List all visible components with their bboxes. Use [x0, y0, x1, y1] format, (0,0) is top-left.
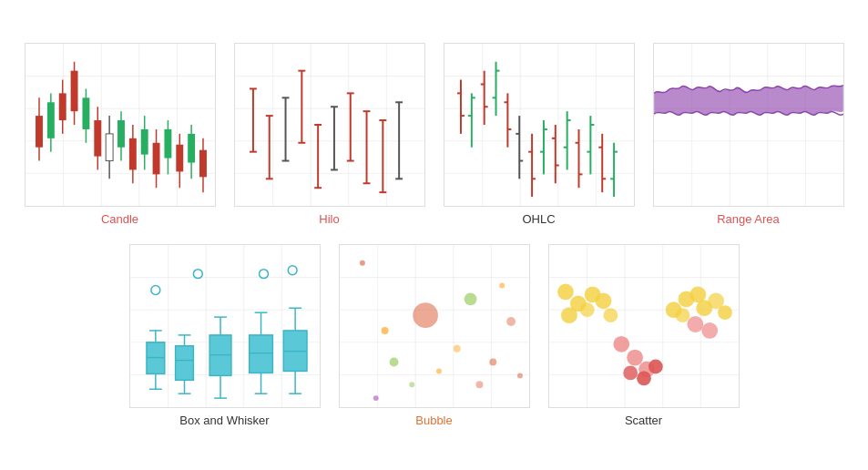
svg-point-187: [409, 382, 414, 387]
range-area-label: Range Area: [717, 212, 780, 226]
svg-rect-15: [70, 71, 77, 112]
svg-point-144: [259, 270, 268, 279]
svg-point-143: [193, 270, 202, 279]
hilo-cell: Hilo: [230, 43, 430, 226]
svg-point-185: [373, 395, 378, 401]
svg-point-184: [389, 358, 398, 367]
scatter-cell: Scatter: [544, 244, 744, 427]
svg-rect-21: [106, 134, 113, 161]
svg-point-220: [718, 305, 732, 320]
svg-rect-31: [164, 129, 171, 158]
range-area-chart: [653, 43, 844, 207]
svg-point-213: [623, 366, 638, 381]
svg-point-209: [627, 350, 643, 366]
svg-rect-33: [176, 145, 183, 172]
svg-point-182: [489, 359, 496, 366]
svg-point-203: [561, 307, 577, 323]
svg-point-201: [557, 284, 574, 301]
ohlc-label: OHLC: [522, 212, 555, 226]
svg-point-186: [475, 381, 483, 388]
scatter-label: Scatter: [625, 414, 662, 427]
svg-point-145: [288, 266, 297, 275]
svg-point-216: [675, 308, 689, 322]
svg-point-207: [603, 308, 618, 322]
svg-rect-27: [140, 129, 148, 155]
svg-rect-29: [152, 143, 159, 175]
svg-point-222: [701, 322, 718, 339]
candle-chart: [25, 43, 216, 207]
svg-point-181: [464, 292, 476, 305]
ohlc-cell: OHLC: [439, 43, 639, 226]
box-whisker-label: Box and Whisker: [179, 414, 269, 427]
bubble-cell: Bubble: [334, 244, 535, 427]
svg-point-208: [613, 336, 629, 352]
svg-rect-154: [175, 346, 193, 381]
chart-grid-row1: Candle: [20, 43, 849, 235]
hilo-label: Hilo: [319, 212, 339, 226]
svg-rect-13: [58, 93, 66, 120]
svg-point-188: [516, 373, 522, 378]
svg-rect-11: [46, 102, 54, 138]
svg-point-180: [413, 302, 438, 328]
range-area-cell: Range Area: [648, 43, 849, 226]
svg-rect-23: [117, 120, 125, 148]
svg-rect-17: [82, 97, 89, 129]
svg-point-189: [435, 368, 441, 373]
svg-rect-25: [128, 138, 136, 170]
svg-rect-35: [188, 134, 195, 163]
svg-rect-164: [249, 335, 272, 373]
svg-point-142: [150, 286, 159, 295]
bubble-chart: [339, 244, 530, 408]
bubble-label: Bubble: [415, 414, 452, 427]
box-whisker-cell: Box and Whisker: [125, 244, 325, 427]
svg-point-206: [595, 292, 611, 309]
hilo-chart: [234, 43, 425, 207]
box-whisker-chart: [129, 244, 321, 408]
svg-point-191: [499, 283, 505, 289]
candle-label: Candle: [101, 212, 138, 226]
svg-point-192: [453, 345, 460, 352]
candle-cell: Candle: [20, 43, 220, 226]
svg-point-183: [506, 317, 516, 326]
scatter-chart: [548, 244, 740, 408]
svg-point-205: [579, 302, 594, 317]
svg-point-221: [687, 316, 703, 332]
svg-rect-19: [94, 120, 101, 157]
svg-point-190: [381, 327, 388, 334]
svg-rect-37: [199, 150, 207, 178]
svg-point-179: [359, 261, 364, 266]
svg-point-211: [648, 360, 662, 374]
svg-rect-9: [36, 116, 43, 148]
chart-grid-row2: Box and Whisker: [125, 244, 744, 427]
ohlc-chart: [444, 43, 635, 207]
svg-point-212: [637, 371, 651, 385]
